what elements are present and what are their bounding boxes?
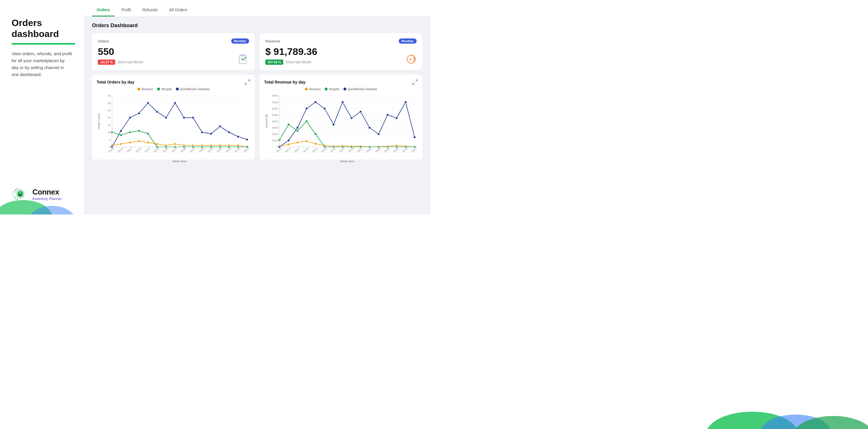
svg-point-103 [246, 138, 248, 141]
svg-text:5: 5 [109, 138, 111, 141]
legend-shopify-orders: Shopify [157, 87, 172, 91]
svg-point-3 [15, 190, 17, 191]
svg-text:2000: 2000 [272, 132, 279, 136]
svg-point-6 [17, 199, 18, 200]
svg-text:09/17: 09/17 [126, 147, 133, 153]
revenue-chart-title: Total Revenue by day [264, 80, 306, 85]
svg-point-75 [138, 130, 140, 132]
revenue-value: $ 91,789.36 [265, 46, 416, 57]
orders-chart-container: 05101520253035Order Count09/1309/1509/17… [97, 93, 250, 156]
orders-chart-title: Total Orders by day [97, 80, 134, 85]
legend-qb-revenue: QuickBooks Desktop [343, 87, 377, 91]
svg-line-21 [245, 83, 247, 85]
logo-name: Connex [32, 188, 62, 197]
svg-point-162 [297, 130, 299, 132]
orders-chart-svg: 05101520253035Order Count09/1309/1509/17… [97, 93, 250, 163]
svg-point-177 [287, 139, 290, 142]
shopify-dot [157, 88, 160, 91]
svg-point-186 [368, 127, 371, 129]
svg-point-61 [156, 143, 158, 145]
qb-label-rev: QuickBooks Desktop [347, 87, 377, 91]
svg-text:Order Count: Order Count [97, 113, 100, 129]
svg-point-0 [12, 194, 13, 195]
left-panel: Orders dashboard View orders, refunds, a… [0, 0, 84, 214]
orders-stat-card: Orders Monthly 550 -53.27 % Since last M… [92, 33, 255, 70]
svg-point-63 [174, 143, 176, 145]
svg-text:8000: 8000 [272, 94, 279, 97]
svg-point-101 [228, 131, 230, 134]
svg-point-178 [297, 127, 299, 129]
svg-point-89 [120, 130, 122, 132]
logo-area: Connex Inventory Planner [11, 186, 72, 203]
amazon-label-rev: Amazon [309, 87, 320, 91]
svg-point-182 [333, 124, 335, 126]
amazon-label: Amazon [142, 87, 153, 91]
svg-point-100 [219, 125, 221, 128]
revenue-footer: 307.66 % Since last Month [265, 60, 416, 65]
revenue-monthly-badge[interactable]: Monthly [399, 38, 416, 44]
svg-point-1 [13, 191, 15, 193]
revenue-chart-container: 010002000300040005000600070008000Amount … [264, 93, 418, 156]
svg-point-147 [306, 140, 308, 142]
svg-point-161 [287, 124, 290, 126]
green-divider [11, 43, 75, 44]
svg-text:$: $ [410, 58, 411, 61]
svg-point-102 [237, 136, 239, 138]
revenue-icon: $ [406, 54, 416, 65]
svg-point-99 [210, 133, 212, 135]
orders-chart-header: Total Orders by day [97, 79, 250, 85]
svg-point-191 [413, 136, 416, 138]
tab-profit[interactable]: Profit [117, 3, 136, 16]
svg-text:09/15: 09/15 [285, 147, 291, 153]
svg-point-58 [129, 141, 131, 144]
svg-point-95 [174, 102, 176, 104]
svg-text:20: 20 [107, 116, 111, 119]
tab-orders[interactable]: Orders [92, 3, 115, 16]
svg-point-190 [404, 101, 407, 103]
tab-all-orders[interactable]: All Orders [165, 3, 192, 16]
revenue-chart-svg: 010002000300040005000600070008000Amount … [264, 93, 418, 163]
svg-text:09/19: 09/19 [303, 147, 309, 153]
logo-subtitle: Inventory Planner [32, 197, 62, 201]
svg-point-145 [287, 143, 290, 145]
svg-text:Week days: Week days [340, 160, 354, 163]
svg-point-148 [314, 142, 317, 145]
stat-cards: Orders Monthly 550 -53.27 % Since last M… [92, 33, 423, 70]
svg-point-146 [297, 141, 299, 144]
dashboard-title: Orders Dashboard [92, 23, 423, 29]
legend-amazon-revenue: Amazon [305, 87, 320, 91]
svg-text:30: 30 [107, 101, 111, 105]
orders-expand-icon[interactable] [245, 79, 250, 85]
svg-text:Week days: Week days [173, 160, 187, 163]
tab-refunds[interactable]: Refunds [138, 3, 162, 16]
svg-point-74 [129, 131, 131, 134]
orders-value: 550 [98, 46, 249, 57]
page-title: Orders dashboard [11, 18, 72, 40]
svg-line-20 [248, 80, 250, 81]
svg-line-107 [412, 83, 414, 85]
legend-amazon-orders: Amazon [137, 87, 153, 91]
revenue-chart-header: Total Revenue by day [264, 79, 418, 85]
svg-text:09/19: 09/19 [135, 147, 142, 153]
orders-monthly-badge[interactable]: Monthly [231, 38, 249, 44]
page-description: View orders, refunds, and profit for all… [11, 50, 72, 78]
svg-text:Amount ($): Amount ($) [265, 114, 268, 128]
svg-point-97 [192, 117, 194, 119]
svg-point-59 [138, 140, 140, 142]
orders-icon [238, 54, 249, 65]
revenue-change-badge: 307.66 % [265, 60, 283, 65]
orders-chart-card: Total Orders by day Amazon [92, 74, 255, 160]
svg-point-94 [165, 117, 167, 119]
svg-point-96 [183, 117, 185, 119]
connex-logo-icon [11, 186, 29, 203]
orders-change-badge: -53.27 % [98, 60, 115, 65]
svg-point-92 [147, 102, 149, 104]
svg-point-4 [15, 198, 17, 199]
svg-point-187 [378, 133, 380, 135]
revenue-stat-card: Revenue Monthly $ 91,789.36 307.66 % Sin… [259, 33, 423, 70]
svg-text:0: 0 [109, 145, 111, 148]
revenue-expand-icon[interactable] [412, 79, 418, 85]
qb-dot [176, 88, 179, 91]
svg-text:09/15: 09/15 [117, 147, 124, 153]
qb-label: QuickBooks Desktop [180, 87, 210, 91]
